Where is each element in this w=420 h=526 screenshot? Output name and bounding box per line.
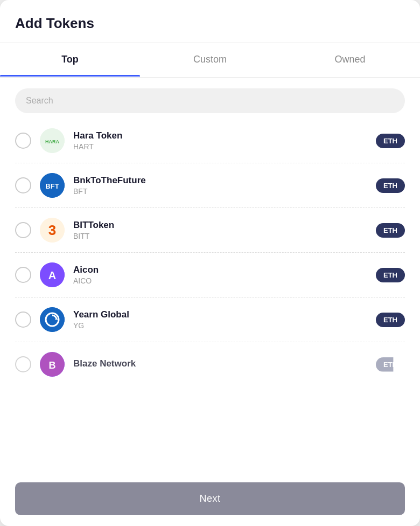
tab-bar: Top Custom Owned: [0, 43, 420, 77]
search-input[interactable]: [15, 88, 405, 113]
token-info-bft: BnkToTheFuture BFT: [73, 175, 367, 196]
aicon-logo-svg: A: [40, 262, 65, 287]
token-item-hart: HARA Hara Token HART ETH: [15, 119, 405, 163]
token-logo-aico: A: [40, 262, 65, 287]
token-name-aico: Aicon: [73, 265, 367, 275]
token-radio-aico[interactable]: [15, 267, 31, 283]
svg-rect-8: [40, 307, 65, 332]
token-info-yg: Yearn Global YG: [73, 309, 367, 330]
svg-text:B: B: [49, 360, 56, 371]
search-container: [15, 78, 405, 119]
token-logo-blaze: B: [40, 352, 65, 377]
token-info-bitt: BITToken BITT: [73, 220, 367, 240]
svg-text:A: A: [48, 269, 56, 281]
token-name-blaze: Blaze Network: [73, 358, 367, 369]
token-item-bitt: 3 BITToken BITT ETH: [15, 208, 405, 253]
token-network-hart: ETH: [376, 134, 405, 148]
bft-logo-svg: BFT: [40, 173, 65, 198]
hara-logo-svg: HARA: [40, 128, 65, 153]
token-radio-hart[interactable]: [15, 133, 31, 149]
tab-custom[interactable]: Custom: [140, 43, 280, 77]
content-area: HARA Hara Token HART ETH BFT: [0, 78, 420, 429]
svg-text:BFT: BFT: [45, 182, 59, 190]
modal-title: Add Tokens: [15, 15, 405, 32]
tab-top[interactable]: Top: [0, 43, 140, 77]
modal-header: Add Tokens Top Custom Owned: [0, 0, 420, 78]
token-list: HARA Hara Token HART ETH BFT: [15, 119, 405, 386]
token-symbol-bft: BFT: [73, 187, 367, 196]
token-network-blaze: ETH: [376, 357, 405, 372]
yg-logo-svg: [40, 307, 65, 332]
token-item-bft: BFT BnkToTheFuture BFT ETH: [15, 163, 405, 208]
add-tokens-modal: Add Tokens Top Custom Owned HARA: [0, 0, 420, 526]
token-logo-hart: HARA: [40, 128, 65, 153]
token-radio-bft[interactable]: [15, 177, 31, 193]
token-name-bft: BnkToTheFuture: [73, 175, 367, 186]
modal-body: HARA Hara Token HART ETH BFT: [0, 78, 420, 526]
token-symbol-yg: YG: [73, 321, 367, 330]
token-logo-yg: [40, 307, 65, 332]
token-network-yg: ETH: [376, 313, 405, 327]
bit-logo-svg: 3: [40, 218, 65, 243]
token-item-yg: Yearn Global YG ETH: [15, 297, 405, 342]
token-network-bft: ETH: [376, 178, 405, 193]
token-symbol-aico: AICO: [73, 276, 367, 285]
token-item-blaze: B Blaze Network ETH: [15, 342, 405, 386]
svg-text:3: 3: [48, 222, 56, 238]
token-network-bitt: ETH: [376, 223, 405, 238]
blaze-logo-svg: B: [40, 352, 65, 377]
token-network-aico: ETH: [376, 268, 405, 282]
token-info-aico: Aicon AICO: [73, 265, 367, 285]
token-name-bitt: BITToken: [73, 220, 367, 231]
next-button[interactable]: Next: [15, 482, 405, 515]
svg-text:HARA: HARA: [45, 139, 59, 144]
token-logo-bitt: 3: [40, 218, 65, 243]
token-info-blaze: Blaze Network: [73, 358, 367, 370]
token-symbol-hart: HART: [73, 142, 367, 151]
token-info-hart: Hara Token HART: [73, 130, 367, 151]
token-symbol-bitt: BITT: [73, 232, 367, 240]
tab-owned[interactable]: Owned: [280, 43, 420, 77]
token-item-aico: A Aicon AICO ETH: [15, 253, 405, 297]
token-radio-blaze[interactable]: [15, 356, 31, 372]
token-logo-bft: BFT: [40, 173, 65, 198]
token-name-yg: Yearn Global: [73, 309, 367, 320]
token-radio-bitt[interactable]: [15, 222, 31, 238]
token-radio-yg[interactable]: [15, 312, 31, 328]
token-name-hart: Hara Token: [73, 130, 367, 141]
